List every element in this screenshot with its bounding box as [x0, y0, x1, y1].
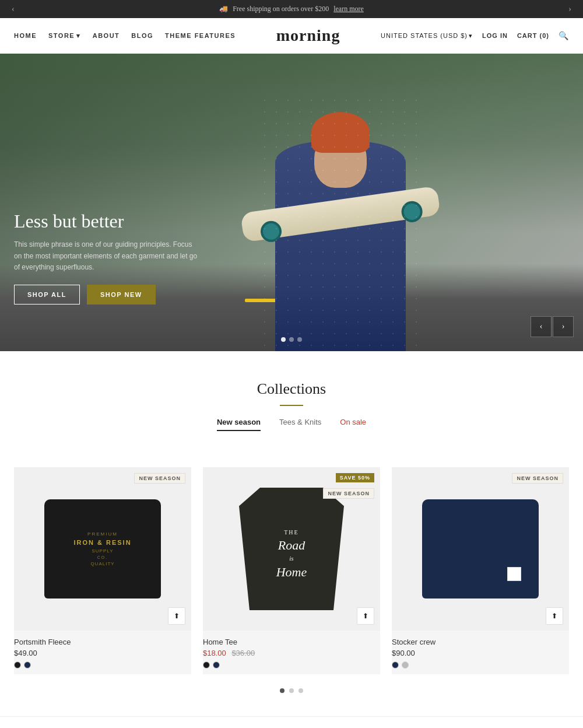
product-price-stocker: $90.00: [392, 649, 569, 657]
hero-buttons: SHOP ALL SHOP NEW: [14, 285, 201, 304]
product-info-home-tee: Home Tee $18.00 $36.00: [203, 631, 380, 674]
announcement-icon: 🚚: [219, 5, 228, 13]
hero-next-arrow[interactable]: ›: [553, 316, 574, 337]
badge-save-home-tee: SAVE 50%: [336, 473, 374, 482]
share-icon-stocker: ⬆: [552, 612, 557, 621]
sweater-patch: [507, 567, 521, 581]
announcement-bar: ‹ 🚚 Free shipping on orders over $200 le…: [0, 0, 583, 18]
hero-pagination-dots: [281, 337, 302, 342]
sweater-logo: PREMIUM IRON & RESIN SUPPLY CO. QUALITY: [73, 531, 131, 568]
nav-left: HOME STORE ▾ ABOUT BLOG THEME FEATURES: [14, 32, 236, 40]
nav-link-home[interactable]: HOME: [14, 32, 37, 39]
sweater-image-navy: [422, 499, 539, 598]
hero-title: Less but better: [14, 210, 201, 232]
share-icon-tee: ⬆: [363, 612, 368, 621]
product-price-portsmith: $49.00: [14, 649, 191, 657]
hero-dot-2[interactable]: [289, 337, 294, 342]
brand-logo[interactable]: morning: [276, 26, 340, 45]
hero-prev-arrow[interactable]: ‹: [531, 316, 552, 337]
product-info-stocker: Stocker crew $90.00: [392, 631, 569, 674]
pagination-dot-3[interactable]: [298, 688, 303, 693]
color-swatches-portsmith: [14, 662, 191, 668]
nav-link-blog[interactable]: BLOG: [131, 32, 153, 39]
country-selector[interactable]: UNITED STATES (USD $) ▾: [381, 32, 473, 40]
product-name-portsmith: Portsmith Fleece: [14, 638, 191, 646]
announcement-link[interactable]: learn more: [333, 5, 364, 13]
products-grid: PREMIUM IRON & RESIN SUPPLY CO. QUALITY …: [0, 467, 583, 674]
pagination-dot-2[interactable]: [289, 688, 294, 693]
announcement-text: Free shipping on orders over $200: [233, 5, 329, 13]
chevron-down-icon: ▾: [76, 32, 81, 40]
product-image-stocker[interactable]: NEW SEASON ⬆: [392, 467, 569, 631]
collections-underline-decoration: [280, 405, 303, 406]
instagram-section: ‹ "Oh man! I am so happy with my new gar…: [0, 716, 583, 728]
nav-link-store[interactable]: STORE ▾: [48, 32, 81, 40]
nav-link-theme[interactable]: THEME FEATURES: [165, 32, 236, 39]
swatch-navy[interactable]: [24, 662, 31, 668]
announcement-prev-arrow[interactable]: ‹: [12, 5, 15, 14]
tee-graphic-text: THE Road is Home: [276, 528, 307, 582]
product-card-stocker: NEW SEASON ⬆ Stocker crew $90.00: [392, 467, 569, 674]
sale-price-home-tee: $18.00: [203, 649, 226, 657]
hero-dot-3[interactable]: [297, 337, 302, 342]
navigation: HOME STORE ▾ ABOUT BLOG THEME FEATURES m…: [0, 18, 583, 54]
login-link[interactable]: LOG IN: [482, 32, 508, 39]
hero-person-figure: [259, 94, 422, 351]
product-card-portsmith: PREMIUM IRON & RESIN SUPPLY CO. QUALITY …: [14, 467, 191, 674]
sweater-image-black: PREMIUM IRON & RESIN SUPPLY CO. QUALITY: [44, 499, 161, 598]
swatch-grey-stocker[interactable]: [402, 662, 409, 668]
products-pagination: [0, 674, 583, 716]
hero-content: Less but better This simple phrase is on…: [14, 210, 201, 304]
product-name-home-tee: Home Tee: [203, 638, 380, 646]
product-price-home-tee: $18.00 $36.00: [203, 649, 380, 657]
shop-all-button[interactable]: SHOP ALL: [14, 285, 80, 304]
product-image-portsmith[interactable]: PREMIUM IRON & RESIN SUPPLY CO. QUALITY …: [14, 467, 191, 631]
swatch-navy-stocker[interactable]: [392, 662, 399, 668]
product-name-stocker: Stocker crew: [392, 638, 569, 646]
chevron-down-icon-country: ▾: [469, 32, 473, 40]
nav-right: UNITED STATES (USD $) ▾ LOG IN CART (0) …: [381, 31, 569, 40]
tab-on-sale[interactable]: On sale: [340, 418, 366, 431]
collections-section: Collections New season Tees & Knits On s…: [0, 351, 583, 467]
hero-section: Less but better This simple phrase is on…: [0, 54, 583, 351]
product-info-portsmith: Portsmith Fleece $49.00: [14, 631, 191, 674]
search-icon[interactable]: 🔍: [559, 31, 569, 40]
announcement-next-arrow[interactable]: ›: [568, 5, 571, 14]
badge-new-season-home-tee: NEW SEASON: [323, 488, 374, 499]
snow-overlay: [259, 94, 422, 351]
share-button-stocker[interactable]: ⬆: [546, 607, 563, 625]
tab-new-season[interactable]: New season: [217, 418, 261, 431]
product-card-home-tee: THE Road is Home SAVE 50% NEW SEASON ⬆ H…: [203, 467, 380, 674]
swatch-black-tee[interactable]: [203, 662, 210, 668]
color-swatches-home-tee: [203, 662, 380, 668]
cart-link[interactable]: CART (0): [517, 32, 549, 39]
nav-link-about[interactable]: ABOUT: [93, 32, 120, 39]
original-price-home-tee: $36.00: [231, 649, 255, 657]
hero-description: This simple phrase is one of our guiding…: [14, 239, 201, 273]
badge-new-season-stocker: NEW SEASON: [512, 473, 563, 484]
swatch-navy-tee[interactable]: [213, 662, 220, 668]
shop-new-button[interactable]: SHOP NEW: [87, 285, 156, 304]
share-button-home-tee[interactable]: ⬆: [357, 607, 374, 625]
tab-tees-knits[interactable]: Tees & Knits: [279, 418, 321, 431]
share-icon: ⬆: [174, 612, 180, 621]
tee-image-dark: THE Road is Home: [239, 488, 344, 610]
badge-new-season-portsmith: NEW SEASON: [134, 473, 185, 484]
product-image-home-tee[interactable]: THE Road is Home SAVE 50% NEW SEASON ⬆: [203, 467, 380, 631]
collections-title: Collections: [14, 380, 569, 398]
collections-tabs: New season Tees & Knits On sale: [14, 418, 569, 431]
swatch-black[interactable]: [14, 662, 21, 668]
share-button-portsmith[interactable]: ⬆: [168, 607, 185, 625]
hero-dot-1[interactable]: [281, 337, 286, 342]
pagination-dot-1[interactable]: [280, 688, 285, 693]
color-swatches-stocker: [392, 662, 569, 668]
